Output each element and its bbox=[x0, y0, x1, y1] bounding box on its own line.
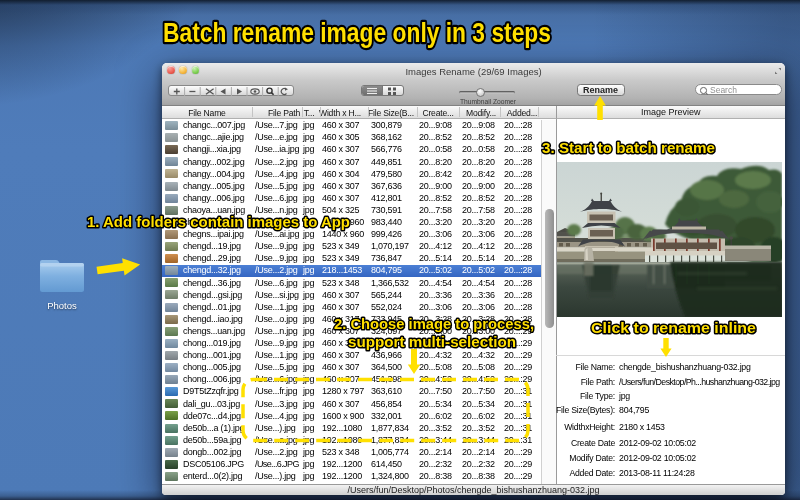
svg-text:Batch rename image only in 3 s: Batch rename image only in 3 steps bbox=[163, 17, 551, 48]
